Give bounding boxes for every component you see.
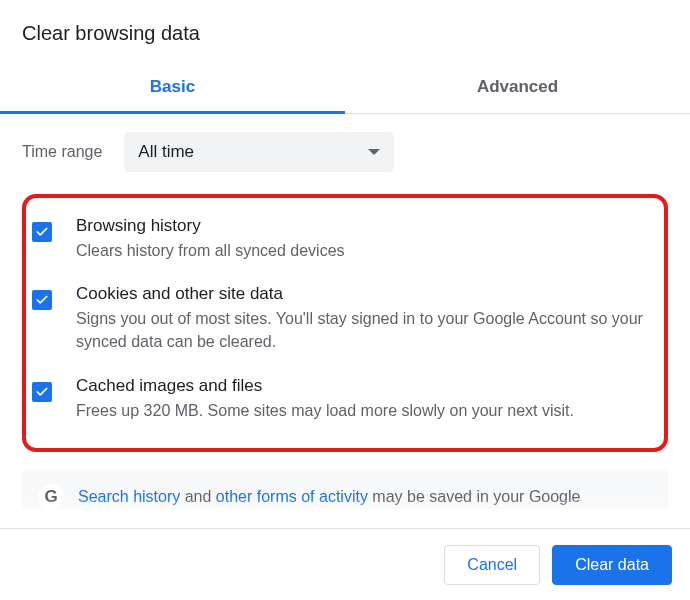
chevron-down-icon [368,149,380,155]
option-cache: Cached images and files Frees up 320 MB.… [26,368,664,436]
clear-browsing-data-dialog: Clear browsing data Basic Advanced Time … [0,0,690,600]
link-search-history[interactable]: Search history [78,488,180,505]
check-icon [35,293,49,307]
tab-advanced[interactable]: Advanced [345,63,690,113]
option-cookies: Cookies and other site data Signs you ou… [26,276,664,367]
dialog-footer: Cancel Clear data [0,528,690,600]
option-desc: Signs you out of most sites. You'll stay… [76,307,646,353]
time-range-select[interactable]: All time [124,132,394,172]
time-range-row: Time range All time [22,132,668,172]
clear-data-button[interactable]: Clear data [552,545,672,585]
info-row: G Search history and other forms of acti… [22,470,668,509]
check-icon [35,385,49,399]
dialog-title: Clear browsing data [0,0,690,63]
avatar-letter: G [44,487,57,507]
time-range-value: All time [138,142,194,162]
tab-basic-label: Basic [150,77,195,96]
google-avatar: G [38,484,64,509]
options-highlight: Browsing history Clears history from all… [22,194,668,452]
option-text: Cookies and other site data Signs you ou… [76,284,646,353]
info-mid: and [180,488,216,505]
option-browsing-history: Browsing history Clears history from all… [26,208,664,276]
dialog-content: Time range All time Browsing history Cle… [0,114,690,509]
tab-bar: Basic Advanced [0,63,690,114]
check-icon [35,225,49,239]
option-desc: Clears history from all synced devices [76,239,646,262]
time-range-label: Time range [22,143,102,161]
option-title: Cached images and files [76,376,646,396]
link-other-activity[interactable]: other forms of activity [216,488,368,505]
option-text: Cached images and files Frees up 320 MB.… [76,376,646,422]
info-text: Search history and other forms of activi… [78,488,580,506]
cancel-button[interactable]: Cancel [444,545,540,585]
checkbox-browsing-history[interactable] [32,222,52,242]
tab-basic[interactable]: Basic [0,63,345,113]
checkbox-cookies[interactable] [32,290,52,310]
option-title: Browsing history [76,216,646,236]
checkbox-cache[interactable] [32,382,52,402]
option-desc: Frees up 320 MB. Some sites may load mor… [76,399,646,422]
tab-advanced-label: Advanced [477,77,558,96]
option-text: Browsing history Clears history from all… [76,216,646,262]
option-title: Cookies and other site data [76,284,646,304]
info-tail: may be saved in your Google [368,488,581,505]
